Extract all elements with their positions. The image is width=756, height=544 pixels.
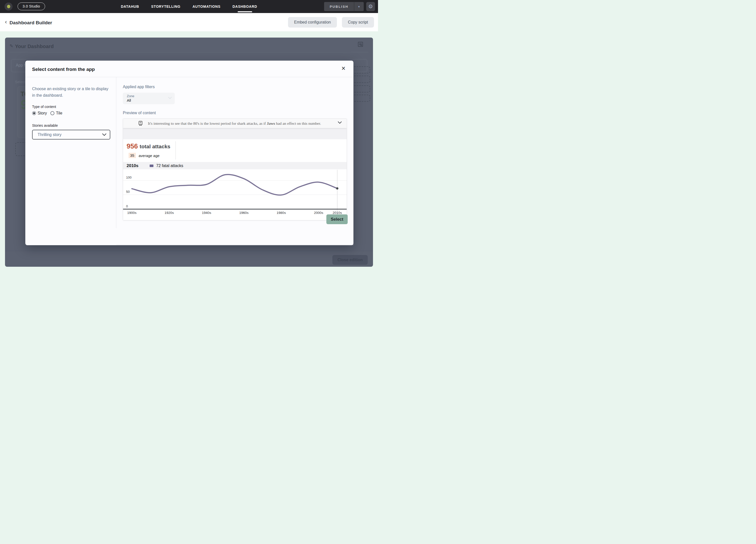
x-axis-tick-label: 1980s [274,211,288,215]
main-nav: DATAHUB STORYTELLING AUTOMATIONS DASHBOA… [0,0,378,13]
y-axis-tick-label: 100 [126,176,132,179]
modal-title: Select content from the app [32,67,95,72]
x-axis-tick-label: 2010s [330,211,344,215]
attacks-line-series [132,175,337,195]
close-icon[interactable]: × [341,65,345,72]
settings-gear-icon[interactable]: ⚙ [366,2,375,11]
type-of-content-label: Type of content [32,105,110,109]
dashboard-divider [10,52,368,52]
preview-of-content-label: Preview of content [123,111,347,115]
nav-datahub[interactable]: DATAHUB [121,0,139,13]
radio-story[interactable]: Story [32,111,47,116]
stories-dropdown[interactable]: Thrilling story [32,130,110,140]
applied-app-filters-label: Applied app filters [123,85,347,89]
dashboard-title: Your Dashboard [15,44,54,49]
nav-automations[interactable]: AUTOMATIONS [193,0,221,13]
modal-description: Choose an existing story or a tile to di… [32,86,112,99]
total-attacks-value: 956 [127,143,138,150]
story-book-icon [139,121,142,126]
story-spacer-band [123,128,347,139]
x-axis-tick-label: 1920s [162,211,176,215]
publish-button[interactable]: PUBLISH [324,2,354,11]
modal-header: Select content from the app × [25,61,353,77]
copy-script-button[interactable]: Copy script [342,17,374,28]
nav-storytelling[interactable]: STORYTELLING [151,0,180,13]
radio-tile-circle[interactable] [50,111,54,115]
x-axis-tick-label: 1960s [237,211,251,215]
close-edition-button[interactable]: Close edition [332,255,368,265]
stories-available-label: Stories available [32,124,110,128]
embed-configuration-button[interactable]: Embed configuration [288,17,337,28]
radio-tile[interactable]: Tile [50,111,62,116]
zone-filter-dropdown[interactable]: Zone All [123,93,175,104]
story-annotation-text: It's interesting to see that the 80's is… [148,121,321,126]
hover-tooltip-row: 2010s 72 fatal attacks [123,162,347,169]
hover-value-label: 72 fatal attacks [156,164,183,168]
story-kpi-block: 956 total attacks 35 average age [123,139,347,162]
radio-tile-label: Tile [56,111,62,116]
chevron-down-icon [102,134,106,136]
y-axis-tick-label: 0 [126,205,128,208]
zone-filter-value: All [127,98,131,103]
nav-dashboard[interactable]: DASHBOARD [233,0,257,13]
fatal-attacks-line-chart[interactable]: 0501001900s1920s1940s1960s1980s2000s2010… [123,169,347,221]
top-bar: 3.0 Studio DATAHUB STORYTELLING AUTOMATI… [0,0,378,13]
x-axis-tick-label: 2000s [312,211,326,215]
page: 3.0 Studio DATAHUB STORYTELLING AUTOMATI… [0,0,378,272]
kpi-divider [175,141,176,160]
topbar-actions: PUBLISH ▾ ⚙ [324,2,375,11]
modal-left-pane: Choose an existing story or a tile to di… [25,77,116,228]
story-preview-container: It's interesting to see that the 80's is… [123,119,347,221]
average-age-value: 35 [129,153,136,158]
radio-story-label: Story [38,111,47,116]
publish-dropdown-caret-icon[interactable]: ▾ [354,2,364,11]
zone-filter-label: Zone [127,94,134,98]
hover-data-point [336,187,338,190]
page-header: ‹ Dashboard Builder Embed configuration … [0,13,378,31]
page-title: Dashboard Builder [10,20,52,26]
series-color-swatch [150,165,153,167]
publish-split-button: PUBLISH ▾ [324,2,364,11]
edit-pencil-icon[interactable]: ✎ [10,43,13,49]
y-axis-tick-label: 50 [126,190,130,194]
chevron-down-icon [168,97,172,99]
select-content-modal: Select content from the app × Choose an … [25,61,353,245]
x-axis-tick-label: 1940s [200,211,214,215]
hover-decade-label: 2010s [127,163,138,168]
back-chevron-icon[interactable]: ‹ [5,20,7,25]
chevron-down-icon[interactable] [338,122,342,124]
select-button[interactable]: Select [326,215,348,224]
script-document-icon[interactable] [358,42,363,48]
total-attacks-label: total attacks [140,144,170,150]
background-select-label: Select [15,80,26,84]
modal-right-pane: Applied app filters Zone All Preview of … [116,77,353,228]
radio-story-circle[interactable] [32,111,36,115]
x-axis-tick-label: 1900s [125,211,139,215]
stories-dropdown-value: Thrilling story [38,133,61,137]
story-preview-header[interactable]: It's interesting to see that the 80's is… [123,119,347,128]
x-axis-line [123,209,347,210]
average-age-label: average age [139,154,159,158]
